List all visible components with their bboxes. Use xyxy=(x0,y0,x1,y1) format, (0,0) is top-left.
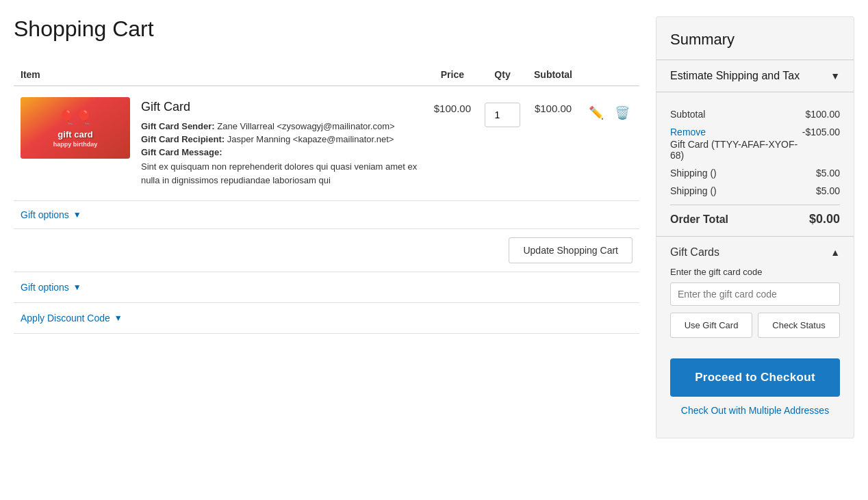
shipping-row-1: Shipping () $5.00 xyxy=(670,168,840,179)
col-qty: Qty xyxy=(478,64,527,86)
update-cart-button[interactable]: Update Shopping Cart xyxy=(509,237,633,263)
gift-card-input[interactable] xyxy=(670,282,840,306)
gift-options-row-2: Gift options ▼ xyxy=(14,272,639,303)
message-label: Gift Card Message: xyxy=(141,147,420,157)
remove-gift-card-link[interactable]: Remove xyxy=(670,127,802,137)
estimate-shipping-header[interactable]: Estimate Shipping and Tax ▼ xyxy=(670,70,840,82)
estimate-shipping-label: Estimate Shipping and Tax xyxy=(670,70,800,82)
item-name: Gift Card xyxy=(141,100,420,114)
shipping-value-2: $5.00 xyxy=(816,185,840,196)
summary-box: Summary Estimate Shipping and Tax ▼ Subt… xyxy=(656,16,854,438)
summary-details-section: Subtotal $100.00 Remove Gift Card (TTYY-… xyxy=(656,92,854,236)
recipient-label: Gift Card Recipient: xyxy=(141,134,225,144)
order-total-value: $0.00 xyxy=(809,212,840,226)
page-title: Shopping Cart xyxy=(14,16,639,42)
gift-card-desc: Gift Card (TTYY-AFAF-XYOF-68) xyxy=(670,139,802,161)
checkout-section: Proceed to Checkout Check Out with Multi… xyxy=(656,347,854,438)
sender-row: Gift Card Sender: Zane Villarreal <zysow… xyxy=(141,121,420,131)
gift-card-discount: -$105.00 xyxy=(802,127,840,137)
chevron-down-icon-2: ▼ xyxy=(73,282,81,292)
gift-card-row: Remove Gift Card (TTYY-AFAF-XYOF-68) -$1… xyxy=(670,127,840,161)
gc-buttons: Use Gift Card Check Status xyxy=(670,313,840,338)
chevron-down-icon-1: ▼ xyxy=(73,210,81,220)
edit-item-button[interactable]: ✏️ xyxy=(586,103,607,123)
recipient-value: Jasper Manning <kapaze@mailinator.net> xyxy=(227,134,394,144)
subtotal-value: $100.00 xyxy=(805,109,840,120)
qty-input[interactable] xyxy=(485,103,520,127)
gift-cards-header[interactable]: Gift Cards ▲ xyxy=(670,246,840,259)
item-qty-cell xyxy=(478,86,527,201)
gift-options-label-2: Gift options xyxy=(21,282,69,293)
gc-input-label: Enter the gift card code xyxy=(670,267,840,277)
item-details: Gift Card Gift Card Sender: Zane Villarr… xyxy=(141,97,420,189)
gift-options-row-1: Gift options ▼ xyxy=(14,201,639,229)
update-cart-row: Update Shopping Cart xyxy=(14,229,639,272)
gift-options-link-2[interactable]: Gift options ▼ xyxy=(21,282,81,293)
chevron-down-icon-3: ▼ xyxy=(114,313,123,323)
order-total-label: Order Total xyxy=(670,213,728,226)
sender-label: Gift Card Sender: xyxy=(141,121,215,131)
estimate-shipping-section: Estimate Shipping and Tax ▼ xyxy=(656,60,854,92)
proceed-to-checkout-button[interactable]: Proceed to Checkout xyxy=(670,358,840,397)
col-item: Item xyxy=(14,64,427,86)
sender-value: Zane Villarreal <zysowagyj@mailinator.co… xyxy=(217,121,394,131)
shipping-label-2: Shipping () xyxy=(670,185,717,196)
item-subtotal: $100.00 xyxy=(527,86,579,201)
use-gift-card-button[interactable]: Use Gift Card xyxy=(670,313,752,338)
cart-table: Item Price Qty Subtotal 🎈🎈 xyxy=(14,64,639,334)
gift-options-label-1: Gift options xyxy=(21,209,69,220)
gift-options-link-1[interactable]: Gift options ▼ xyxy=(21,209,81,220)
check-status-button[interactable]: Check Status xyxy=(758,313,840,338)
table-row: 🎈🎈 gift card happy birthday Gift Card Gi… xyxy=(14,86,639,201)
sidebar: Summary Estimate Shipping and Tax ▼ Subt… xyxy=(656,16,854,438)
message-row: Gift Card Message: Sint ex quisquam non … xyxy=(141,147,420,187)
item-cell: 🎈🎈 gift card happy birthday Gift Card Gi… xyxy=(14,86,427,201)
apply-discount-link[interactable]: Apply Discount Code ▼ xyxy=(21,313,123,324)
apply-discount-label: Apply Discount Code xyxy=(21,313,110,324)
subtotal-row: Subtotal $100.00 xyxy=(670,109,840,120)
shipping-value-1: $5.00 xyxy=(816,168,840,179)
col-price: Price xyxy=(427,64,478,86)
apply-discount-row: Apply Discount Code ▼ xyxy=(14,303,639,334)
item-price: $100.00 xyxy=(427,86,478,201)
col-subtotal: Subtotal xyxy=(527,64,579,86)
summary-title: Summary xyxy=(670,31,840,49)
gift-cards-section: Gift Cards ▲ Enter the gift card code Us… xyxy=(656,236,854,347)
shipping-row-2: Shipping () $5.00 xyxy=(670,185,840,196)
gift-cards-title: Gift Cards xyxy=(670,246,719,259)
chevron-down-icon-shipping: ▼ xyxy=(830,70,840,81)
main-content: Shopping Cart Item Price Qty Subtotal xyxy=(14,16,639,438)
order-total-row: Order Total $0.00 xyxy=(670,205,840,226)
shipping-label-1: Shipping () xyxy=(670,168,717,179)
item-actions: ✏️ 🗑️ xyxy=(579,86,639,140)
chevron-up-icon-gc: ▲ xyxy=(830,247,840,258)
recipient-row: Gift Card Recipient: Jasper Manning <kap… xyxy=(141,134,420,144)
multiple-addresses-link[interactable]: Check Out with Multiple Addresses xyxy=(670,405,840,427)
delete-item-button[interactable]: 🗑️ xyxy=(612,103,633,123)
product-image: 🎈🎈 gift card happy birthday xyxy=(21,97,130,159)
subtotal-label: Subtotal xyxy=(670,109,705,120)
message-text: Sint ex quisquam non reprehenderit dolor… xyxy=(141,161,417,185)
